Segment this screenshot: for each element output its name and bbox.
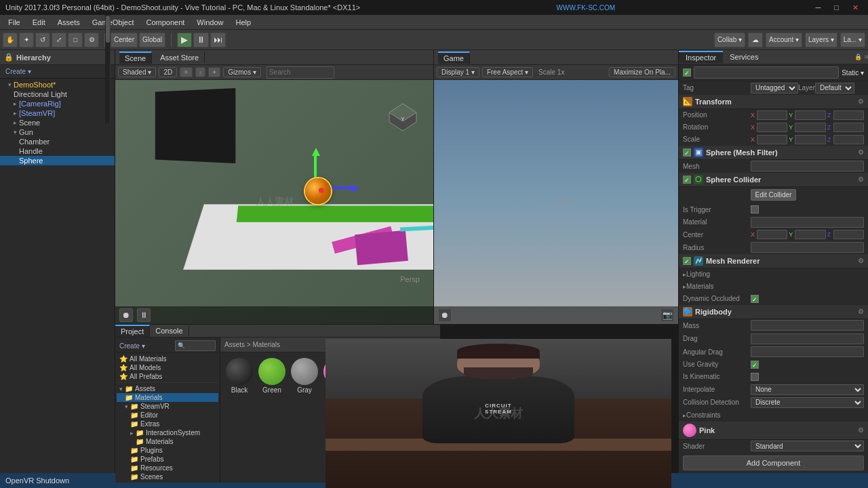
cz-input[interactable]: 0 <box>833 230 864 239</box>
sc-y-input[interactable]: 0.05 <box>795 135 825 144</box>
menu-file[interactable]: File <box>3 17 26 28</box>
is-trigger-checkbox[interactable] <box>751 205 759 214</box>
rot-x-input[interactable]: 0 <box>757 123 787 132</box>
hierarchy-item-cameraring[interactable]: ▸ [CameraRig] <box>0 99 115 108</box>
scale-tool[interactable]: ⤢ <box>52 33 66 47</box>
folder-steamvr[interactable]: ▾ 📁 SteamVR <box>117 402 218 411</box>
rigidbody-gear[interactable]: ⚙ <box>858 308 864 315</box>
drag-input[interactable]: 0 <box>751 333 864 344</box>
folder-interaction[interactable]: ▸ 📁 InteractionSystem <box>117 428 218 437</box>
tab-project[interactable]: Project <box>115 325 150 337</box>
material-section[interactable]: Pink ⚙ <box>679 422 868 440</box>
folder-editor[interactable]: 📁 Editor <box>117 411 218 420</box>
mesh-filter-section[interactable]: ▣ Sphere (Mesh Filter) ⚙ <box>679 146 868 160</box>
game-canvas[interactable]: 人人素材 ⏺ 📷 <box>434 80 678 324</box>
record-icon[interactable]: ⏺ <box>119 308 133 322</box>
hierarchy-item-gun[interactable]: ▾ Gun <box>0 127 115 137</box>
project-search-input[interactable] <box>175 340 216 351</box>
menu-edit[interactable]: Edit <box>27 17 51 28</box>
step-button[interactable]: ⏭ <box>210 33 226 47</box>
folder-assets[interactable]: ▾ 📁 Assets <box>117 384 218 393</box>
hierarchy-item-sphere[interactable]: Sphere <box>0 156 115 165</box>
close-button[interactable]: ✕ <box>848 2 863 14</box>
mesh-value-input[interactable]: Sphere <box>751 161 864 171</box>
material-gear[interactable]: ⚙ <box>858 426 864 434</box>
menu-window[interactable]: Window <box>191 17 229 28</box>
sphere-collider-section[interactable]: ⬡ Sphere Collider ⚙ <box>679 173 868 187</box>
2d-button[interactable]: 2D <box>159 67 177 77</box>
game-camera-icon[interactable]: 📷 <box>660 308 674 322</box>
angular-drag-input[interactable]: 0.05 <box>751 346 864 357</box>
inspector-settings-icon[interactable]: ≡ <box>865 54 868 60</box>
collision-select[interactable]: Discrete <box>751 397 864 408</box>
object-name-input[interactable]: Sphere <box>694 66 839 79</box>
rot-y-input[interactable]: 0 <box>795 123 825 132</box>
collider-enabled[interactable] <box>683 176 691 184</box>
shader-select[interactable]: Standard <box>751 441 864 451</box>
cy-input[interactable]: 0 <box>795 230 825 239</box>
global-button[interactable]: Global <box>139 33 165 47</box>
menu-help[interactable]: Help <box>230 17 256 28</box>
pos-x-input[interactable]: 0.05 <box>757 110 787 120</box>
folder-scenes[interactable]: 📁 Scenes <box>117 472 218 481</box>
folder-extras[interactable]: 📁 Extras <box>117 420 218 428</box>
folder-all-models[interactable]: ⭐ All Models <box>117 363 218 372</box>
folder-materials[interactable]: 📁 Materials <box>117 393 218 402</box>
menu-gameobject[interactable]: GameObject <box>87 17 140 28</box>
rot-z-input[interactable]: 0 <box>833 123 864 132</box>
collider-gear[interactable]: ⚙ <box>858 176 864 183</box>
dynamic-occluded-checkbox[interactable] <box>751 295 759 303</box>
audio-button[interactable]: ♪ <box>195 67 205 77</box>
folder-all-materials[interactable]: ⭐ All Materials <box>117 354 218 363</box>
mesh-renderer-enabled[interactable] <box>683 257 691 265</box>
is-kinematic-checkbox[interactable] <box>751 373 759 381</box>
folder-plugins[interactable]: 📁 Plugins <box>117 446 218 455</box>
cx-input[interactable]: 0 <box>757 230 787 239</box>
folder-prefabs[interactable]: 📁 Prefabs <box>117 455 218 464</box>
mesh-filter-enabled[interactable] <box>683 148 691 157</box>
pause-icon[interactable]: ⏸ <box>137 308 151 322</box>
rigidbody-section[interactable]: 🔷 Rigidbody ⚙ <box>679 305 868 319</box>
lighting-button[interactable]: ☀ <box>180 67 193 77</box>
minimize-button[interactable]: ─ <box>812 2 825 14</box>
maximize-button[interactable]: Maximize On Pla... <box>609 67 675 77</box>
material-input-col[interactable]: None (Physic Material) <box>751 217 864 228</box>
account-button[interactable]: Account ▾ <box>766 33 802 47</box>
folder-all-prefabs[interactable]: ⭐ All Prefabs <box>117 372 218 381</box>
use-gravity-checkbox[interactable] <box>751 361 759 369</box>
menu-assets[interactable]: Assets <box>52 17 85 28</box>
scrollbar-thumb[interactable] <box>106 16 110 43</box>
folder-materials2[interactable]: 📁 Materials <box>117 437 218 446</box>
tab-inspector[interactable]: Inspector <box>679 51 723 63</box>
mesh-filter-gear[interactable]: ⚙ <box>858 148 864 156</box>
hierarchy-create-button[interactable]: Create ▾ <box>3 68 34 75</box>
hierarchy-item-handle[interactable]: Handle <box>0 146 115 156</box>
effects-button[interactable]: ✦ <box>208 67 220 77</box>
pos-y-input[interactable]: 0.857 <box>795 110 825 120</box>
material-gray[interactable]: Gray <box>291 358 318 394</box>
tab-scene[interactable]: Scene <box>119 52 152 64</box>
scene-canvas[interactable]: Persp Y 人人素材 <box>115 80 433 324</box>
menu-component[interactable]: Component <box>140 17 190 28</box>
sc-z-input[interactable]: 0.05 <box>833 135 864 144</box>
display-dropdown[interactable]: Display 1 ▾ <box>437 67 479 77</box>
hierarchy-item-scene[interactable]: ▸ Scene <box>0 118 115 127</box>
multi-tool[interactable]: ⚙ <box>84 33 99 47</box>
materials-row[interactable]: ▸ Materials <box>679 281 868 293</box>
move-tool[interactable]: ✦ <box>19 33 34 47</box>
game-record-icon[interactable]: ⏺ <box>438 308 452 322</box>
object-enabled-checkbox[interactable] <box>683 68 691 77</box>
maximize-button[interactable]: □ <box>830 2 843 14</box>
tab-console[interactable]: Console <box>150 325 189 336</box>
interpolate-select[interactable]: None <box>751 384 864 395</box>
play-button[interactable]: ▶ <box>177 33 192 47</box>
radius-input[interactable]: 0.5 <box>751 242 864 253</box>
mass-input[interactable]: 1 <box>751 320 864 331</box>
rect-tool[interactable]: □ <box>68 33 83 47</box>
project-create-button[interactable]: Create ▾ <box>119 342 145 350</box>
tab-asset-store[interactable]: Asset Store <box>155 52 205 63</box>
add-component-button[interactable]: Add Component <box>683 455 864 470</box>
tag-select[interactable]: Untagged <box>751 83 798 94</box>
hierarchy-item-steamvr[interactable]: ▸ [SteamVR] <box>0 108 115 118</box>
lighting-row[interactable]: ▸ Lighting <box>679 268 868 281</box>
